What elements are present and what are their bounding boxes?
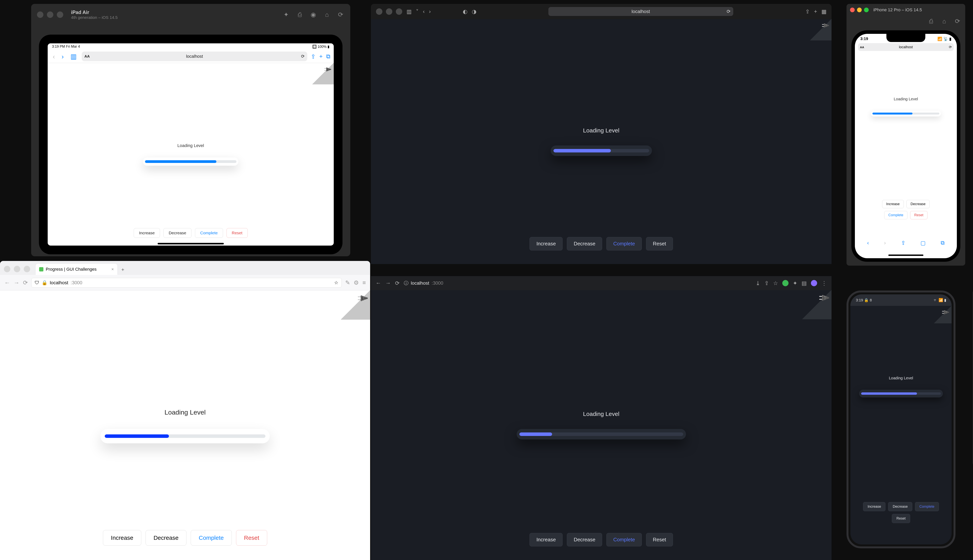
traffic-close-icon[interactable] (37, 12, 43, 18)
traffic-max-icon[interactable] (57, 12, 63, 18)
back-icon[interactable]: ‹ (51, 53, 57, 60)
reset-button[interactable]: Reset (236, 530, 267, 546)
tabs-icon[interactable]: ⧉ (941, 240, 945, 246)
reload-icon[interactable]: ⟳ (395, 280, 400, 287)
lock-icon[interactable]: 🔒 (42, 280, 47, 285)
decrease-button[interactable]: Decrease (567, 533, 602, 547)
back-icon[interactable]: ‹ (867, 240, 869, 246)
devtools-flap[interactable]: 🔌 (312, 63, 334, 84)
devtools-flap[interactable]: 🔌 (810, 19, 831, 40)
ipad-sim-titlebar[interactable]: iPad Air 4th generation – iOS 14.5 ✦ ⎙ ◉… (31, 4, 350, 25)
iphone-sim-titlebar[interactable]: iPhone 12 Pro – iOS 14.5 (846, 4, 965, 16)
complete-button[interactable]: Complete (606, 533, 642, 547)
screenshot-icon[interactable]: ⎙ (927, 17, 935, 25)
home-indicator[interactable] (888, 255, 923, 256)
forward-icon[interactable]: › (60, 53, 65, 60)
new-tab-icon[interactable]: + (814, 8, 817, 15)
complete-button[interactable]: Complete (191, 530, 232, 546)
reset-button[interactable]: Reset (892, 514, 910, 523)
shield-icon[interactable]: 🛡 (35, 280, 39, 285)
forward-icon[interactable]: › (429, 8, 431, 15)
share-icon[interactable]: ⇪ (311, 53, 316, 60)
address-bar[interactable]: ⓘ localhost:3000 (404, 278, 751, 288)
devtools-flap[interactable]: 🔌 (802, 290, 831, 319)
sidebar-icon[interactable]: ▥ (69, 52, 78, 60)
increase-button[interactable]: Increase (530, 533, 563, 547)
increase-button[interactable]: Increase (530, 237, 563, 250)
forward-icon[interactable]: › (884, 240, 886, 246)
home-icon[interactable]: ⌂ (940, 17, 948, 25)
home-indicator[interactable] (158, 243, 224, 244)
reader-icon[interactable]: AA (84, 54, 90, 58)
tabs-icon[interactable]: ⧉ (326, 53, 330, 60)
traffic-max-icon[interactable] (864, 8, 869, 12)
forward-icon[interactable]: → (13, 279, 20, 286)
complete-button[interactable]: Complete (884, 211, 908, 219)
bookmark-star-icon[interactable]: ☆ (334, 280, 338, 285)
back-icon[interactable]: ← (376, 280, 381, 286)
share-icon[interactable]: ⇪ (764, 280, 769, 287)
new-tab-icon[interactable]: + (319, 53, 323, 60)
address-bar[interactable]: localhost ⟳ (548, 7, 733, 16)
reading-list-icon[interactable]: ▤ (802, 280, 807, 287)
traffic-close-icon[interactable] (4, 266, 10, 272)
traffic-max-icon[interactable] (396, 8, 402, 15)
reload-icon[interactable]: ⟳ (727, 9, 731, 14)
complete-button[interactable]: Complete (195, 228, 223, 238)
back-icon[interactable]: ← (4, 279, 10, 286)
info-icon[interactable]: ⓘ (404, 280, 408, 286)
reload-icon[interactable]: ⟳ (23, 279, 28, 286)
devtools-flap[interactable]: 🔌 (934, 306, 951, 323)
extension-icon[interactable] (782, 280, 789, 286)
reset-button[interactable]: Reset (910, 211, 928, 219)
traffic-close-icon[interactable] (376, 8, 383, 15)
share-icon[interactable]: ⇪ (901, 240, 906, 246)
install-icon[interactable]: ⤓ (756, 280, 760, 287)
devtools-icon[interactable]: ⚙ (354, 279, 359, 286)
eyedropper-icon[interactable]: ✎ (345, 279, 350, 286)
complete-button[interactable]: Complete (915, 502, 939, 511)
bookmark-star-icon[interactable]: ☆ (773, 280, 778, 287)
close-tab-icon[interactable]: × (111, 267, 114, 272)
traffic-min-icon[interactable] (47, 12, 53, 18)
traffic-min-icon[interactable] (857, 8, 862, 12)
decrease-button[interactable]: Decrease (888, 502, 912, 511)
reload-icon[interactable]: ⟳ (949, 45, 952, 49)
increase-button[interactable]: Increase (863, 502, 885, 511)
appearance-icon[interactable]: ◑ (472, 8, 476, 15)
forward-icon[interactable]: → (385, 280, 391, 286)
browser-tab[interactable]: Progress | GUI Challenges × (36, 264, 117, 275)
record-icon[interactable]: ◉ (309, 11, 317, 18)
rotate-icon[interactable]: ⟳ (337, 11, 344, 18)
chevron-down-icon[interactable]: ˅ (416, 8, 419, 15)
reader-icon[interactable]: AA (860, 45, 864, 49)
increase-button[interactable]: Increase (134, 228, 160, 238)
extension-icon[interactable] (811, 280, 817, 286)
address-bar[interactable]: AA localhost ⟳ (858, 43, 954, 51)
increase-button[interactable]: Increase (103, 530, 141, 546)
new-tab-button[interactable]: + (119, 266, 127, 273)
decrease-button[interactable]: Decrease (145, 530, 186, 546)
traffic-max-icon[interactable] (24, 266, 30, 272)
share-icon[interactable]: ⇪ (805, 8, 810, 15)
pin-icon[interactable]: ✦ (282, 11, 290, 18)
menu-icon[interactable]: ≡ (362, 279, 366, 286)
back-icon[interactable]: ‹ (423, 8, 425, 15)
screenshot-icon[interactable]: ⎙ (296, 11, 304, 18)
extensions-icon[interactable]: ✦ (793, 280, 797, 287)
traffic-close-icon[interactable] (850, 8, 855, 12)
complete-button[interactable]: Complete (606, 237, 642, 250)
traffic-min-icon[interactable] (386, 8, 392, 15)
reset-button[interactable]: Reset (646, 533, 673, 547)
shield-icon[interactable]: ◐ (463, 8, 467, 15)
tabs-icon[interactable]: ▦ (821, 8, 826, 15)
increase-button[interactable]: Increase (882, 200, 904, 208)
reset-button[interactable]: Reset (646, 237, 673, 250)
bookmarks-icon[interactable]: ▢ (920, 240, 926, 246)
decrease-button[interactable]: Decrease (906, 200, 930, 208)
address-bar[interactable]: AA localhost ⟳ (82, 52, 308, 61)
reload-icon[interactable]: ⟳ (301, 54, 304, 59)
safari-chrome[interactable]: ▥ ˅ ‹ › ◐ ◑ localhost ⟳ ⇪ + ▦ (371, 4, 831, 19)
devtools-flap[interactable]: 🔌 (341, 290, 370, 320)
traffic-min-icon[interactable] (14, 266, 20, 272)
